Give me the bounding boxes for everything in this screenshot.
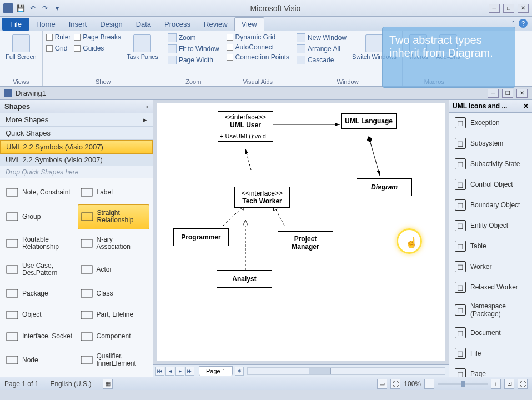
autoconnect-checkbox[interactable]: AutoConnect xyxy=(227,43,289,51)
shape-item[interactable]: Use Case, Des.Pattern xyxy=(3,258,76,282)
tab-design[interactable]: Design xyxy=(93,18,129,31)
icon-item[interactable]: ◻File xyxy=(449,343,532,364)
icon-item[interactable]: ◻Namespace (Package) xyxy=(449,298,532,323)
diagram-box[interactable]: Diagram xyxy=(357,178,412,196)
fit-page-icon[interactable]: ⊡ xyxy=(504,379,514,389)
close-button[interactable]: ✕ xyxy=(518,4,529,13)
page-prev-button[interactable]: ◂ xyxy=(165,367,174,376)
zoom-button[interactable]: Zoom xyxy=(168,33,219,42)
page-first-button[interactable]: ⏮ xyxy=(155,367,164,376)
tab-review[interactable]: Review xyxy=(197,18,234,31)
save-icon[interactable]: 💾 xyxy=(16,3,26,13)
page-nav: ⏮ ◂ ▸ ⏭ xyxy=(153,367,197,376)
shape-item[interactable]: Node xyxy=(3,348,76,372)
project-manager-box[interactable]: Project Manager xyxy=(278,231,333,254)
view-normal-icon[interactable]: ▭ xyxy=(377,379,387,389)
maximize-button[interactable]: □ xyxy=(503,4,514,13)
ruler-checkbox[interactable]: Ruler xyxy=(46,33,71,41)
doc-minimize-button[interactable]: ─ xyxy=(488,89,499,98)
grid-checkbox[interactable]: Grid xyxy=(46,44,71,52)
shape-item[interactable]: N-ary Association xyxy=(78,232,150,256)
connection-points-checkbox[interactable]: Connection Points xyxy=(227,53,289,61)
ribbon-minimize-icon[interactable]: ⌃ xyxy=(511,20,515,26)
shape-item[interactable]: Note, Constraint xyxy=(3,183,76,202)
shape-item[interactable]: Package xyxy=(3,284,76,303)
autoconnect-label: AutoConnect xyxy=(235,43,274,51)
shape-item[interactable]: Routable Relationship xyxy=(3,232,76,256)
icon-item[interactable]: ◻Document xyxy=(449,323,532,343)
analyst-box[interactable]: Analyst xyxy=(217,270,272,288)
guides-checkbox[interactable]: Guides xyxy=(74,44,121,52)
page-width-button[interactable]: Page Width xyxy=(168,56,219,64)
zoom-in-button[interactable]: + xyxy=(491,379,501,389)
tab-insert[interactable]: Insert xyxy=(62,18,94,31)
minimize-button[interactable]: ─ xyxy=(489,4,500,13)
shape-item[interactable]: Interface, Socket xyxy=(3,327,76,346)
icon-item[interactable]: ◻Control Object xyxy=(449,174,532,195)
pan-zoom-icon[interactable]: ⛶ xyxy=(518,379,528,389)
scroll-thumb[interactable] xyxy=(309,368,331,374)
icon-item[interactable]: ◻Subsystem xyxy=(449,133,532,154)
page-tab-1[interactable]: Page-1 xyxy=(199,366,233,376)
canvas[interactable]: <<interface>> UML User + UseUML():void U… xyxy=(157,103,445,361)
tab-view[interactable]: View xyxy=(234,17,264,31)
shape-item[interactable]: Part, Lifeline xyxy=(78,306,150,325)
zoom-thumb[interactable] xyxy=(461,381,465,387)
shape-item[interactable]: Group xyxy=(3,204,76,229)
view-fullscreen-icon[interactable]: ⛶ xyxy=(390,379,400,389)
doc-close-button[interactable]: ✕ xyxy=(516,89,528,98)
page-add-button[interactable]: ✶ xyxy=(235,367,244,376)
task-panes-button[interactable]: Task Panes xyxy=(124,33,160,61)
horizontal-scrollbar[interactable] xyxy=(247,367,445,375)
icon-item[interactable]: ◻Boundary Object xyxy=(449,195,532,216)
collapse-icon[interactable]: ‹ xyxy=(146,102,148,111)
page-next-button[interactable]: ▸ xyxy=(175,367,184,376)
arrange-all-button[interactable]: Arrange All xyxy=(297,44,347,53)
icon-item[interactable]: ◻Exception xyxy=(449,113,532,133)
file-tab[interactable]: File xyxy=(2,18,29,31)
programmer-box[interactable]: Programmer xyxy=(173,228,229,246)
shape-item[interactable]: Class xyxy=(78,284,150,303)
dynamic-grid-checkbox[interactable]: Dynamic Grid xyxy=(227,33,289,41)
icons-panel-close-icon[interactable]: ✕ xyxy=(523,102,529,110)
tooltip-overlay: Two abstract types inherit from Diagram. xyxy=(382,27,515,88)
shape-item[interactable]: Qualifier, InnerElement xyxy=(78,348,150,372)
full-screen-button[interactable]: Full Screen xyxy=(3,33,39,61)
tech-worker-box[interactable]: <<interface>> Tech Worker xyxy=(234,187,290,208)
shape-label: Routable Relationship xyxy=(22,236,73,251)
help-icon[interactable]: ? xyxy=(519,19,528,28)
shape-label: Component xyxy=(97,333,131,340)
redo-icon[interactable]: ↷ xyxy=(40,3,50,13)
doc-restore-button[interactable]: ❐ xyxy=(502,89,513,98)
shape-item[interactable]: Component xyxy=(78,327,150,346)
page-breaks-checkbox[interactable]: Page Breaks xyxy=(74,33,121,41)
undo-icon[interactable]: ↶ xyxy=(28,3,38,13)
shape-item[interactable]: Actor xyxy=(78,258,150,282)
icon-item[interactable]: ◻Worker xyxy=(449,257,532,277)
shape-item[interactable]: Straight Relationship xyxy=(78,204,150,229)
stencil-selected-row[interactable]: UML 2.2 Symbols (Visio 2007) xyxy=(0,140,153,154)
macro-record-icon[interactable]: ▦ xyxy=(103,379,113,389)
shape-item[interactable]: Object xyxy=(3,306,76,325)
tab-home[interactable]: Home xyxy=(29,18,62,31)
fit-window-button[interactable]: Fit to Window xyxy=(168,44,219,53)
zoom-out-button[interactable]: − xyxy=(424,379,434,389)
icon-item[interactable]: ◻Entity Object xyxy=(449,216,532,236)
icon-item[interactable]: ◻Table xyxy=(449,236,532,257)
page-last-button[interactable]: ⏭ xyxy=(185,367,194,376)
uml-user-box[interactable]: <<interface>> UML User + UseUML():void xyxy=(218,111,273,142)
more-shapes-row[interactable]: More Shapes ▸ xyxy=(0,113,153,127)
cascade-button[interactable]: Cascade xyxy=(297,56,347,64)
zoom-slider[interactable] xyxy=(438,383,488,385)
new-window-button[interactable]: New Window xyxy=(297,33,347,42)
tab-process[interactable]: Process xyxy=(158,18,197,31)
icon-item[interactable]: ◻Page xyxy=(449,364,532,377)
icon-item[interactable]: ◻Relaxed Worker xyxy=(449,277,532,298)
uml-language-box[interactable]: UML Language xyxy=(341,113,397,129)
qat-dropdown-icon[interactable]: ▾ xyxy=(52,3,62,13)
tab-data[interactable]: Data xyxy=(129,18,158,31)
icon-item[interactable]: ◻Subactivity State xyxy=(449,154,532,174)
shape-item[interactable]: Label xyxy=(78,183,150,202)
quick-shapes-row[interactable]: Quick Shapes xyxy=(0,127,153,140)
more-shapes-label: More Shapes xyxy=(6,116,48,124)
